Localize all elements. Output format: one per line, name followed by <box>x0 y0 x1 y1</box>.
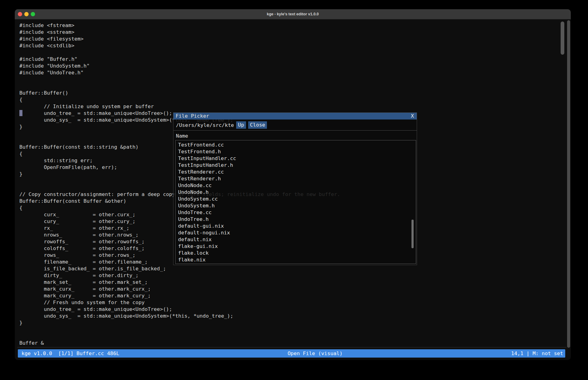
status-bar: kge v1.0.0 [1/1] Buffer.cc 486L Open Fil… <box>18 349 565 358</box>
file-list-item[interactable]: UndoNode.cc <box>176 182 416 189</box>
file-picker-body: /Users/kyle/src/kte Up Close Name TestFr… <box>173 119 417 265</box>
status-cursor-position: 14,1 | M: not set <box>511 349 563 358</box>
file-list-item[interactable]: UndoSystem.cc <box>176 196 416 202</box>
close-icon[interactable]: X <box>411 113 414 119</box>
window-titlebar[interactable]: kge - kyle's text editor v1.0.0 <box>15 9 571 19</box>
editor-scrollbar-thumb[interactable] <box>561 22 564 55</box>
file-list-item[interactable]: TestFrontend.cc <box>176 142 416 148</box>
file-list-item[interactable]: flake.lock <box>176 250 416 257</box>
app-window: kge - kyle's text editor v1.0.0 #include… <box>15 9 571 360</box>
file-list-item[interactable]: UndoNode.h <box>176 189 416 196</box>
status-mode: Open File (visual) <box>288 349 343 358</box>
file-list-item[interactable]: TestRenderer.h <box>176 175 416 182</box>
file-picker-titlebar[interactable]: File Picker X <box>173 113 417 119</box>
close-button[interactable]: Close <box>248 121 267 129</box>
up-button[interactable]: Up <box>236 121 246 129</box>
name-column-header: Name <box>176 133 188 139</box>
editor-cursor <box>19 110 22 116</box>
file-list-item[interactable]: flake-gui.nix <box>176 243 416 250</box>
file-list: TestFrontend.ccTestFrontend.hTestInputHa… <box>175 140 416 264</box>
file-list-item[interactable]: UndoSystem.h <box>176 202 416 209</box>
file-list-item[interactable]: default.nix <box>176 236 416 243</box>
file-list-item[interactable]: default-nogui.nix <box>176 229 416 236</box>
file-list-item[interactable]: UndoTree.h <box>176 216 416 223</box>
divider <box>173 130 417 131</box>
current-path: /Users/kyle/src/kte <box>176 122 234 128</box>
file-picker-dialog: File Picker X /Users/kyle/src/kte Up Clo… <box>173 112 417 265</box>
path-row: /Users/kyle/src/kte Up Close <box>176 121 267 129</box>
file-list-item[interactable]: flake.nix <box>176 257 416 263</box>
file-list-scrollbar-thumb[interactable] <box>411 220 414 248</box>
file-list-item[interactable]: TestFrontend.h <box>176 148 416 155</box>
divider <box>17 347 566 347</box>
window-scrollbar-track[interactable] <box>567 20 570 348</box>
file-list-item[interactable]: TestInputHandler.cc <box>176 155 416 162</box>
window-title: kge - kyle's text editor v1.0.0 <box>15 9 571 19</box>
file-list-item[interactable]: default-gui.nix <box>176 223 416 229</box>
file-list-item[interactable]: TestRenderer.cc <box>176 169 416 175</box>
status-file-info: kge v1.0.0 [1/1] Buffer.cc 486L <box>22 349 119 358</box>
file-picker-title: File Picker <box>176 113 209 119</box>
file-list-item[interactable]: UndoTree.cc <box>176 209 416 216</box>
file-list-item[interactable]: TestInputHandler.h <box>176 162 416 169</box>
